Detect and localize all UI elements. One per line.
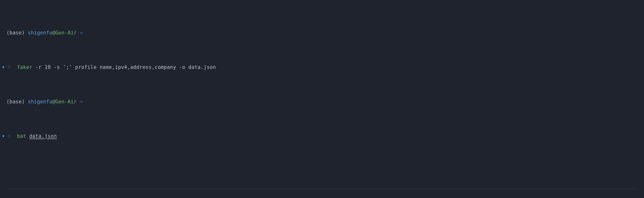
bat-output: File: data.json 1{'company': '万迅电脑网络有限公司…: [8, 168, 636, 198]
prompt-cwd: ~: [80, 98, 83, 105]
status-dot-icon: ●: [2, 134, 4, 138]
conda-env: (base): [6, 98, 25, 105]
prompt-line: (base) shigenfu @ Gen-Air ~: [2, 98, 642, 105]
smiley-icon: ☺: [7, 133, 11, 139]
prompt-line: (base) shigenfu @ Gen-Air ~: [2, 29, 642, 36]
prompt-host: Gen-Air: [56, 29, 77, 36]
conda-env: (base): [6, 29, 25, 36]
bat-rule-top: [8, 189, 636, 189]
command-name: bat: [17, 133, 26, 140]
smiley-icon: ☺: [7, 64, 11, 70]
prompt-user: shigenfu: [28, 98, 52, 105]
command-name: faker: [17, 64, 32, 71]
prompt-user: shigenfu: [28, 29, 52, 36]
command-line: ● ☺ bat data.json: [2, 133, 642, 140]
command-line: ● ☺ faker -r 10 -s ';' profile name,ipv4…: [2, 64, 642, 71]
terminal[interactable]: (base) shigenfu @ Gen-Air ~ ● ☺ faker -r…: [0, 0, 644, 198]
at-symbol: @: [52, 98, 56, 105]
at-symbol: @: [52, 29, 56, 36]
command-args: -r 10 -s ';' profile name,ipv4,address,c…: [35, 64, 216, 71]
status-dot-icon: ●: [2, 65, 4, 69]
prompt-host: Gen-Air: [56, 98, 77, 105]
command-arg-file: data.json: [29, 133, 57, 140]
prompt-cwd: ~: [80, 29, 83, 36]
